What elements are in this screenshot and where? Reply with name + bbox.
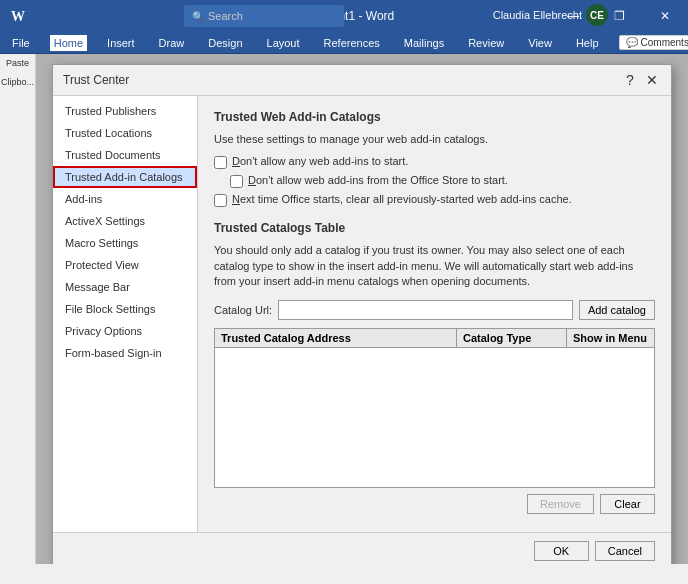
no-web-addins-checkbox[interactable] [214,156,227,169]
sidebar-item-file-block-settings[interactable]: File Block Settings [53,298,197,320]
col-trusted-catalog-address: Trusted Catalog Address [215,328,457,347]
dialog-help-button[interactable]: ? [621,71,639,89]
clear-cache-checkbox[interactable] [214,194,227,207]
svg-text:W: W [11,9,25,24]
catalog-url-input[interactable] [278,300,573,320]
restore-button[interactable]: ❐ [596,0,642,32]
tab-layout[interactable]: Layout [263,35,304,51]
clipboard-label: Clipbo... [1,77,34,87]
catalog-table-desc: You should only add a catalog if you tru… [214,243,655,289]
col-show-in-menu: Show in Menu [567,328,655,347]
web-addins-desc: Use these settings to manage your web ad… [214,132,655,147]
clear-cache-row: Next time Office starts, clear all previ… [214,193,655,207]
dialog-close-button[interactable]: ✕ [643,71,661,89]
dialog-title: Trust Center [63,73,129,87]
url-label: Catalog Url: [214,304,272,316]
sidebar-item-macro-settings[interactable]: Macro Settings [53,232,197,254]
catalog-table-section: Trusted Catalogs Table You should only a… [214,221,655,487]
tab-home[interactable]: Home [50,35,87,51]
dialog-titlebar: Trust Center ? ✕ [53,65,671,96]
ribbon: File Home Insert Draw Design Layout Refe… [0,32,688,54]
sidebar-item-message-bar[interactable]: Message Bar [53,276,197,298]
main-panel: Trusted Web Add-in Catalogs Use these se… [198,96,671,532]
no-office-store-checkbox[interactable] [230,175,243,188]
sidebar-item-trusted-addins-catalogs[interactable]: Trusted Add-in Catalogs [53,166,197,188]
dialog-footer: OK Cancel [53,532,671,564]
paste-panel: Paste Clipbo... [0,54,36,564]
tab-draw[interactable]: Draw [155,35,189,51]
sidebar-item-protected-view[interactable]: Protected View [53,254,197,276]
trust-center-dialog: Trust Center ? ✕ Trusted Publishers Trus… [52,64,672,564]
sidebar-item-trusted-locations[interactable]: Trusted Locations [53,122,197,144]
sidebar-item-activex-settings[interactable]: ActiveX Settings [53,210,197,232]
tab-review[interactable]: Review [464,35,508,51]
word-logo: W [8,6,28,26]
comments-icon: 💬 [626,37,638,48]
clear-button[interactable]: Clear [600,494,655,514]
tab-mailings[interactable]: Mailings [400,35,448,51]
sidebar-item-form-based-signin[interactable]: Form-based Sign-in [53,342,197,364]
sidebar-item-trusted-documents[interactable]: Trusted Documents [53,144,197,166]
cancel-button[interactable]: Cancel [595,541,655,561]
clear-cache-label: Next time Office starts, clear all previ… [232,193,572,205]
add-catalog-button[interactable]: Add catalog [579,300,655,320]
catalog-table-empty-area [214,348,655,488]
tab-design[interactable]: Design [204,35,246,51]
sidebar-item-addins[interactable]: Add-ins [53,188,197,210]
tab-references[interactable]: References [320,35,384,51]
sidebar-item-privacy-options[interactable]: Privacy Options [53,320,197,342]
remove-button[interactable]: Remove [527,494,594,514]
dialog-body: Trusted Publishers Trusted Locations Tru… [53,96,671,532]
paste-label: Paste [6,58,29,69]
dialog-controls: ? ✕ [621,71,661,89]
col-catalog-type: Catalog Type [457,328,567,347]
dialog-overlay: Trust Center ? ✕ Trusted Publishers Trus… [36,54,688,564]
no-office-store-label: Don't allow web add-ins from the Office … [248,174,508,186]
comments-button[interactable]: 💬 Comments [619,35,688,50]
tab-file[interactable]: File [8,35,34,51]
window-controls: — ❐ ✕ [550,0,688,32]
no-office-store-row: Don't allow web add-ins from the Office … [214,174,655,188]
word-content: Paste Clipbo... Trust Center ? ✕ Trusted… [0,54,688,564]
url-row: Catalog Url: Add catalog [214,300,655,320]
search-placeholder: Search [208,10,243,22]
no-web-addins-label: Don't allow any web add-ins to start. [232,155,408,167]
dialog-sidebar: Trusted Publishers Trusted Locations Tru… [53,96,198,532]
search-box[interactable]: 🔍 Search [184,5,344,27]
no-web-addins-row: Don't allow any web add-ins to start. [214,155,655,169]
close-button[interactable]: ✕ [642,0,688,32]
web-addins-section-title: Trusted Web Add-in Catalogs [214,110,655,124]
tab-help[interactable]: Help [572,35,603,51]
catalog-table: Trusted Catalog Address Catalog Type Sho… [214,328,655,348]
remove-clear-row: Remove Clear [214,488,655,518]
ribbon-actions: 💬 Comments ✏️ Editing ▾ ⟵ [619,35,688,50]
minimize-button[interactable]: — [550,0,596,32]
sidebar-item-trusted-publishers[interactable]: Trusted Publishers [53,100,197,122]
tab-insert[interactable]: Insert [103,35,139,51]
tab-view[interactable]: View [524,35,556,51]
ok-button[interactable]: OK [534,541,589,561]
title-bar: W Document1 - Word 🔍 Search Claudia Elle… [0,0,688,32]
catalog-table-title: Trusted Catalogs Table [214,221,655,235]
